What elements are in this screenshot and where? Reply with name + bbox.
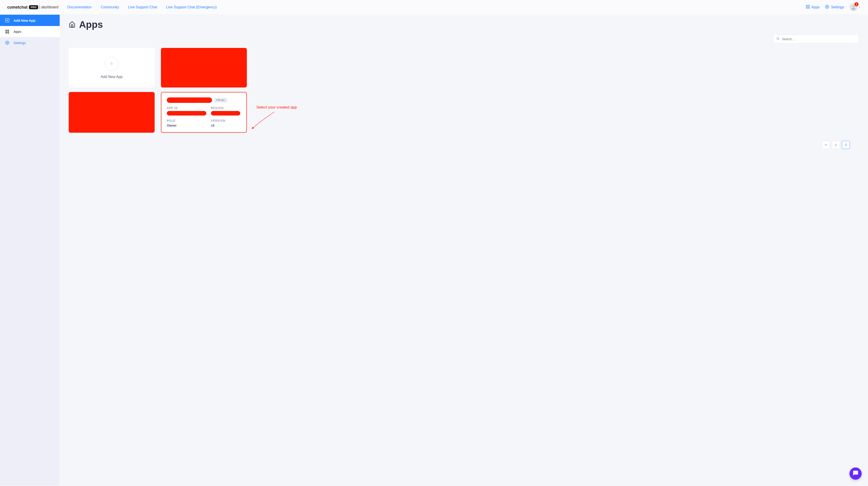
apps-grid: + Add New App TRIAL APP ID Region xyxy=(69,48,859,133)
header-settings-link[interactable]: Settings xyxy=(825,5,844,10)
sidebar-apps-label: Apps xyxy=(13,30,21,33)
add-card-label: Add New App xyxy=(101,75,123,79)
logo-divider xyxy=(39,5,40,9)
sidebar-add-label: Add New App xyxy=(13,19,35,22)
header-right: Apps Settings 1 ▼ xyxy=(806,3,861,11)
sidebar-settings[interactable]: Settings xyxy=(0,37,60,49)
role-label: Role xyxy=(167,119,206,122)
version-label: Version xyxy=(211,119,241,122)
app-name-row: TRIAL xyxy=(167,97,241,103)
svg-rect-11 xyxy=(6,32,7,33)
add-new-app-card[interactable]: + Add New App xyxy=(69,48,155,88)
nav-documentation[interactable]: Documentation xyxy=(67,5,92,9)
redacted-appid xyxy=(167,111,206,116)
svg-rect-1 xyxy=(808,5,809,6)
annotation-text: Select your created app xyxy=(256,105,297,110)
svg-rect-9 xyxy=(6,30,7,31)
sidebar-settings-label: Settings xyxy=(13,41,26,45)
page-title: Apps xyxy=(79,19,103,30)
page-title-row: Apps xyxy=(69,19,859,30)
svg-rect-0 xyxy=(806,5,807,6)
svg-rect-12 xyxy=(8,32,9,33)
selected-app-card[interactable]: TRIAL APP ID Region Role Owner xyxy=(161,92,247,133)
notification-badge: 1 xyxy=(855,2,859,6)
grid-icon xyxy=(5,30,9,33)
header-settings-label: Settings xyxy=(831,5,844,9)
svg-rect-10 xyxy=(8,30,9,31)
svg-rect-14 xyxy=(71,25,73,27)
redacted-app-name xyxy=(167,97,212,103)
logo-pro-badge: PRO xyxy=(29,5,38,9)
nav-links: Documentation Community Live Support Cha… xyxy=(67,5,217,9)
plus-box-icon xyxy=(5,18,9,22)
user-menu[interactable]: 1 ▼ xyxy=(849,3,861,11)
version-value: v3 xyxy=(211,124,241,127)
page-2[interactable]: 2 xyxy=(842,141,850,149)
role-value: Owner xyxy=(167,124,206,127)
search-row xyxy=(69,35,859,43)
nav-community[interactable]: Community xyxy=(101,5,119,9)
svg-rect-2 xyxy=(806,7,807,8)
svg-point-5 xyxy=(852,5,855,7)
svg-point-4 xyxy=(827,6,828,7)
plus-circle-icon: + xyxy=(105,57,119,71)
logo-sub: dashboard xyxy=(41,5,58,9)
svg-point-13 xyxy=(7,42,8,43)
header-apps-label: Apps xyxy=(811,5,819,9)
logo[interactable]: cometchat PRO dashboard xyxy=(7,5,58,10)
logo-brand: cometchat xyxy=(7,5,28,10)
redacted-app-card-2[interactable] xyxy=(69,92,155,133)
chat-icon xyxy=(852,470,859,477)
page-prev[interactable]: < xyxy=(822,141,830,149)
grid-icon xyxy=(806,5,810,9)
chevron-down-icon: ▼ xyxy=(859,6,861,8)
sidebar: Add New App Apps Settings xyxy=(0,15,60,485)
gear-icon xyxy=(825,5,829,10)
chat-fab[interactable] xyxy=(849,467,862,480)
annotation-arrow xyxy=(250,110,277,132)
svg-point-15 xyxy=(777,37,779,39)
region-label: Region xyxy=(211,107,241,110)
gear-icon xyxy=(5,41,9,45)
redacted-app-card-1[interactable] xyxy=(161,48,247,88)
trial-badge: TRIAL xyxy=(214,98,227,102)
pagination: < 1 2 xyxy=(69,141,859,149)
header-apps-link[interactable]: Apps xyxy=(806,5,819,9)
app-header: cometchat PRO dashboard Documentation Co… xyxy=(0,0,868,15)
home-icon xyxy=(69,21,75,29)
sidebar-apps[interactable]: Apps xyxy=(0,26,60,37)
svg-line-16 xyxy=(778,39,779,40)
appid-label: APP ID xyxy=(167,107,206,110)
redacted-region xyxy=(211,111,240,116)
search-input[interactable] xyxy=(782,37,856,41)
nav-support[interactable]: Live Support Chat xyxy=(128,5,157,9)
search-icon xyxy=(776,37,780,41)
search-box[interactable] xyxy=(773,35,859,43)
page-1[interactable]: 1 xyxy=(832,141,840,149)
sidebar-add-new-app[interactable]: Add New App xyxy=(0,15,60,26)
main-layout: Add New App Apps Settings Apps xyxy=(0,15,868,485)
svg-rect-3 xyxy=(808,7,809,8)
content-area: Apps + Add New App TRIAL xyxy=(60,15,868,485)
nav-support-emergency[interactable]: Live Support Chat (Emergency) xyxy=(166,5,217,9)
app-meta: APP ID Region Role Owner Version v3 xyxy=(167,107,241,127)
